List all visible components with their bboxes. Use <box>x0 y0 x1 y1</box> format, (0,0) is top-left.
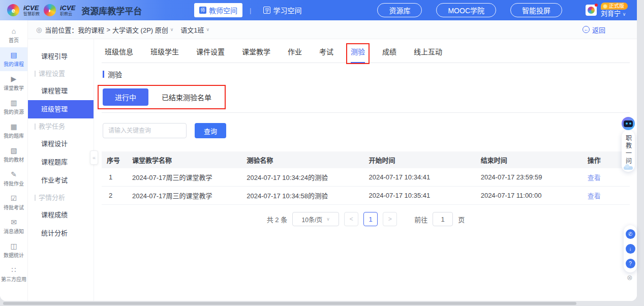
rail-item-question-bank[interactable]: ▦ 我的题库 <box>0 119 27 143</box>
course-dropdown[interactable]: 大学语文 (2P) 原创 ∨ <box>112 25 173 35</box>
close-icon: ⊗ <box>627 273 633 282</box>
tab-online-interaction[interactable]: 线上互动 <box>414 46 442 63</box>
subtab-finished-list[interactable]: 已结束测验名单 <box>160 88 213 106</box>
group-bar-icon <box>35 71 36 77</box>
mooc-academy-button[interactable]: MOOC学院 <box>436 3 496 17</box>
rail-label-question-bank: 我的题库 <box>4 132 24 139</box>
rail-item-data-statistics[interactable]: ◫ 数据统计 <box>0 238 27 262</box>
page-size-select[interactable]: 10条/页 ∨ <box>292 212 339 226</box>
menu-group-label: 课程设置 <box>39 66 65 82</box>
menu-item-course-guide[interactable]: 课程引导 <box>28 47 94 66</box>
ai-assistant-widget[interactable]: 职教一问 <box>621 118 636 172</box>
subtab-in-progress[interactable]: 进行中 <box>103 88 148 106</box>
zhihuizhijiao-logo-icon: e <box>7 4 19 16</box>
help-button[interactable]: ? <box>626 259 635 268</box>
rail-item-my-resources[interactable]: ▥ 我的资源 <box>0 95 27 119</box>
goto-page-input[interactable] <box>433 212 453 226</box>
breadcrumb-prefix: 当前位置： <box>45 25 78 35</box>
menu-item-class-management[interactable]: 班级管理 <box>28 100 94 118</box>
menu-item-course-grades[interactable]: 课程成绩 <box>28 206 94 224</box>
breadcrumb-separator: > <box>106 26 110 34</box>
view-link[interactable]: 查看 <box>588 174 601 181</box>
customer-support-button[interactable]: ✆ <box>626 229 635 239</box>
tab-exam[interactable]: 考试 <box>319 46 333 63</box>
teacher-space-button[interactable]: 师 教师空间 <box>194 3 242 17</box>
learning-space-icon: 学 <box>263 7 270 14</box>
cell-class-name: 2024-07-17周三的课堂教学 <box>127 168 241 187</box>
zhijiaoyun-logo-icon: ◗ <box>44 4 56 16</box>
menu-item-statistical-analysis[interactable]: 统计分析 <box>28 224 94 242</box>
help-icon: ? <box>629 261 632 266</box>
back-button-label: 返回 <box>592 25 605 35</box>
class-dropdown[interactable]: 语文1班 ∨ <box>180 25 209 35</box>
support-icon: ✆ <box>628 231 632 237</box>
group-bar-icon <box>35 195 36 201</box>
next-page-button[interactable]: > <box>383 212 397 226</box>
assistant-pill: 职教一问 <box>622 130 635 172</box>
user-name-menu[interactable]: 刘育宁 ∨ <box>601 10 626 18</box>
robot-face-icon <box>624 120 633 127</box>
tab-grades[interactable]: 成绩 <box>382 46 396 63</box>
left-icon-rail: ⌂ 首页 ▤ 我的课程 ▶ 课堂教学 ▥ 我的资源 ▦ 我的题库 ▧ 我的教材 … <box>0 20 28 301</box>
view-link[interactable]: 查看 <box>588 192 601 200</box>
zhihuizhijiao-logo-text: iCVE 智慧职教 <box>23 5 40 16</box>
rail-item-classroom-teaching[interactable]: ▶ 课堂教学 <box>0 71 27 95</box>
query-button[interactable]: 查询 <box>195 123 226 138</box>
rail-item-pending-homework[interactable]: ✎ 待批作业 <box>0 167 27 191</box>
space-divider: | <box>250 7 251 14</box>
play-icon: ▶ <box>11 75 17 82</box>
download-button[interactable]: ↓ <box>626 244 635 254</box>
download-icon: ↓ <box>629 246 632 252</box>
statistics-icon: ◫ <box>10 242 17 250</box>
cell-no: 2 <box>102 187 127 205</box>
avatar-logo-icon <box>588 7 595 14</box>
rail-item-messages[interactable]: ✉ 消息通知 <box>0 215 27 238</box>
prev-page-button[interactable]: < <box>344 212 358 226</box>
avatar[interactable] <box>586 5 597 16</box>
rail-item-third-party-apps[interactable]: ∷ 第三方应用 <box>0 262 27 286</box>
keyword-search-input[interactable] <box>103 123 187 138</box>
tab-class-students[interactable]: 班级学生 <box>150 46 179 63</box>
learning-space-label: 学习空间 <box>273 5 301 15</box>
section-title-text: 测验 <box>108 69 122 79</box>
close-floating-buttons[interactable]: ⊗ <box>627 273 633 282</box>
rail-item-pending-exams[interactable]: ☑ 待批考试 <box>0 191 27 215</box>
message-icon: ✉ <box>11 219 17 226</box>
tab-quiz[interactable]: 测验 <box>351 46 365 63</box>
user-name-label: 刘育宁 <box>601 10 621 17</box>
robot-icon <box>622 117 635 130</box>
user-box: 正式版 刘育宁 ∨ <box>586 3 628 18</box>
rail-label-my-resources: 我的资源 <box>4 108 24 115</box>
menu-item-homework-exam[interactable]: 作业考试 <box>28 171 94 190</box>
learning-space-button[interactable]: 学 学习空间 <box>258 3 306 17</box>
notification-dot-icon <box>595 4 598 7</box>
tab-courseware-settings[interactable]: 课件设置 <box>196 46 225 63</box>
resource-library-button[interactable]: 资源库 <box>377 3 422 17</box>
menu-item-course-question-bank[interactable]: 课程题库 <box>28 153 94 171</box>
menu-group-label: 学情分析 <box>39 190 65 206</box>
back-button[interactable]: ← 返回 <box>582 25 605 35</box>
search-row: 查询 <box>103 123 630 138</box>
table-row: 2 2024-07-17周三的课堂教学 2024-07-17 10:34:58的… <box>102 187 630 205</box>
class-tabs: 班级信息 班级学生 课件设置 课堂教学 作业 考试 测验 成绩 线上互动 <box>102 44 630 63</box>
menu-item-course-design[interactable]: 课程设计 <box>28 135 94 153</box>
tab-classroom-teaching[interactable]: 课堂教学 <box>242 46 270 63</box>
smart-screencast-button[interactable]: 智能投屏 <box>510 3 562 17</box>
table-header-row: 序号 课堂教学名称 测验名称 开始时间 结束时间 操作 <box>102 151 630 168</box>
chevron-left-icon: < <box>350 216 353 223</box>
menu-item-course-management[interactable]: 课程管理 <box>28 82 94 100</box>
header-end-time: 结束时间 <box>476 151 582 168</box>
rail-item-my-courses[interactable]: ▤ 我的课程 <box>0 47 27 71</box>
breadcrumb-my-courses[interactable]: 我的课程 <box>78 25 104 35</box>
rail-item-textbooks[interactable]: ▧ 我的教材 <box>0 143 27 167</box>
rail-item-home[interactable]: ⌂ 首页 <box>0 23 27 47</box>
tab-class-info[interactable]: 班级信息 <box>105 46 133 63</box>
section-title: 测验 <box>103 69 630 79</box>
rail-label-textbooks: 我的教材 <box>4 156 24 163</box>
textbook-icon: ▧ <box>10 147 17 154</box>
tab-homework[interactable]: 作业 <box>288 46 302 63</box>
horizontal-scrollbar[interactable] <box>3 302 576 305</box>
sidebar-collapse-handle[interactable]: « <box>90 150 98 165</box>
current-page-button[interactable]: 1 <box>363 212 378 226</box>
app-window: e iCVE 智慧职教 ◗ iCVE 职教云 资源库教学平台 师 教师空间 | … <box>0 0 637 301</box>
